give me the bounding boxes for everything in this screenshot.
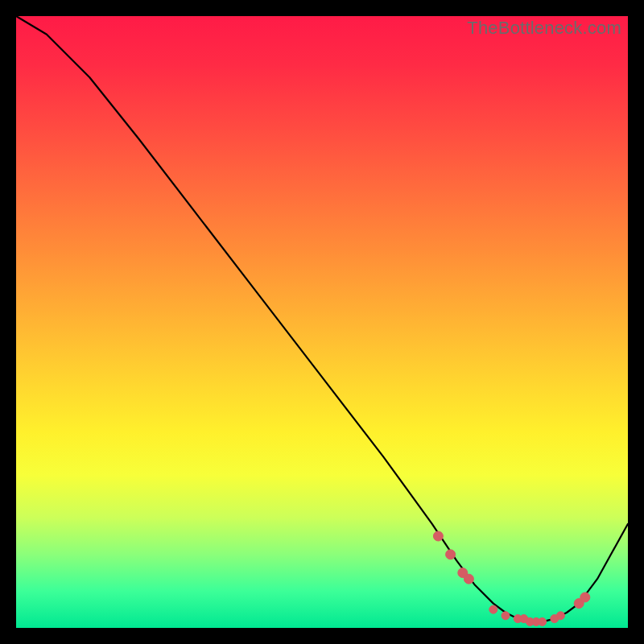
marker-point [502, 612, 510, 620]
marker-point [580, 592, 590, 602]
chart-frame: TheBottleneck.com [0, 0, 644, 644]
marker-point [446, 550, 456, 559]
plot-area: TheBottleneck.com [16, 16, 628, 628]
curve-line [16, 16, 628, 621]
markers-group [433, 531, 589, 625]
marker-point [489, 605, 497, 613]
marker-point [433, 531, 443, 541]
marker-point [539, 617, 547, 625]
marker-point [464, 574, 473, 584]
chart-svg [16, 16, 628, 628]
marker-point [556, 612, 564, 620]
